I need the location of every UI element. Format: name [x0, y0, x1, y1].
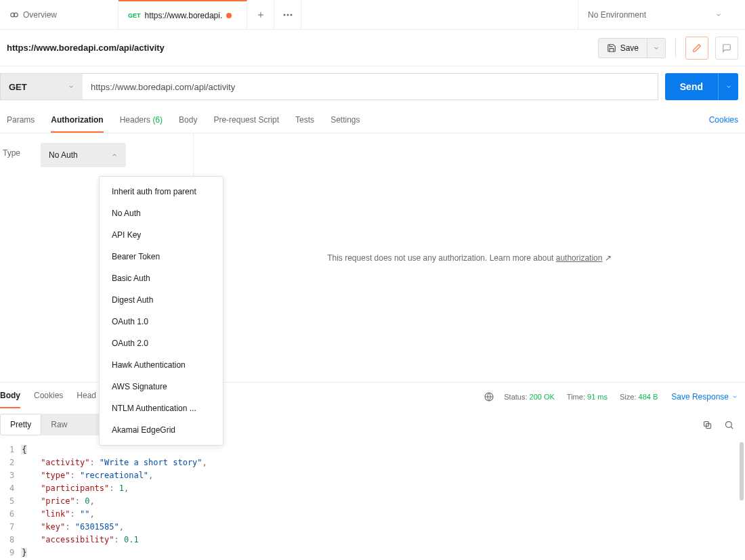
- svg-line-12: [731, 427, 733, 429]
- tab-overview[interactable]: Overview: [0, 0, 119, 29]
- auth-option[interactable]: Basic Auth: [100, 267, 223, 289]
- status-label: Status:: [504, 393, 527, 401]
- comment-icon: [722, 43, 731, 53]
- environment-quicklook-button[interactable]: [731, 0, 745, 29]
- tab-label: https://www.boredapi.: [145, 11, 223, 20]
- external-icon: ↗: [605, 253, 612, 263]
- overview-icon: [9, 10, 19, 20]
- time-value: 91 ms: [587, 393, 608, 401]
- auth-option[interactable]: No Auth: [100, 202, 223, 224]
- view-pretty[interactable]: Pretty: [0, 414, 41, 435]
- time-label: Time:: [567, 393, 585, 401]
- save-label: Save: [620, 43, 639, 53]
- tab-tests[interactable]: Tests: [295, 110, 314, 133]
- auth-option[interactable]: OAuth 1.0: [100, 311, 223, 332]
- svg-point-5: [286, 14, 289, 16]
- size-value: 484 B: [639, 393, 658, 401]
- auth-option[interactable]: Hawk Authentication: [100, 354, 223, 376]
- tabs-bar: Overview GET https://www.boredapi. No En…: [0, 0, 745, 30]
- code-lines: { "activity": "Write a short story", "ty…: [21, 444, 745, 546]
- auth-option[interactable]: API Key: [100, 224, 223, 246]
- status-value: 200 OK: [530, 393, 555, 401]
- resp-tab-body[interactable]: Body: [0, 385, 20, 408]
- save-response-label: Save Response: [671, 392, 729, 402]
- auth-type-value: No Auth: [49, 150, 78, 160]
- tab-method-badge: GET: [128, 12, 141, 19]
- view-raw[interactable]: Raw: [41, 414, 77, 435]
- tab-request-active[interactable]: GET https://www.boredapi.: [119, 0, 247, 29]
- copy-response-button[interactable]: [696, 414, 718, 435]
- auth-type-select[interactable]: No Auth: [41, 143, 126, 167]
- auth-option[interactable]: AWS Signature: [100, 376, 223, 397]
- auth-msg: This request does not use any authorizat…: [327, 253, 556, 263]
- save-button[interactable]: Save: [598, 38, 647, 58]
- save-icon: [607, 43, 616, 53]
- tab-overflow-button[interactable]: [274, 0, 301, 29]
- svg-point-6: [290, 14, 292, 16]
- divider: [675, 39, 676, 58]
- tab-headers[interactable]: Headers (6): [120, 110, 163, 133]
- method-select[interactable]: GET: [0, 73, 83, 100]
- tab-body[interactable]: Body: [179, 110, 197, 133]
- comments-button[interactable]: [715, 37, 738, 60]
- url-row: GET https://www.boredapi.com/api/activit…: [0, 66, 745, 107]
- request-title: https://www.boredapi.com/api/activity: [7, 43, 598, 53]
- scrollbar-thumb[interactable]: [740, 442, 744, 500]
- tab-prerequest[interactable]: Pre-request Script: [213, 110, 279, 133]
- copy-icon: [702, 420, 712, 430]
- auth-learn-link[interactable]: authorization: [556, 253, 603, 263]
- resp-tab-cookies[interactable]: Cookies: [34, 385, 63, 408]
- svg-point-11: [725, 421, 731, 427]
- auth-type-label: Type: [3, 148, 20, 375]
- cookies-link[interactable]: Cookies: [709, 115, 738, 127]
- tab-params[interactable]: Params: [7, 110, 35, 133]
- url-input[interactable]: https://www.boredapi.com/api/activity: [83, 73, 658, 100]
- size-label: Size:: [620, 393, 636, 401]
- environment-select[interactable]: No Environment: [578, 0, 731, 29]
- headers-count: (6): [152, 115, 163, 125]
- send-dropdown-button[interactable]: [718, 73, 738, 100]
- save-button-group: Save: [598, 38, 666, 58]
- svg-point-4: [283, 14, 285, 16]
- tab-authorization[interactable]: Authorization: [51, 110, 103, 133]
- auth-option[interactable]: Bearer Token: [100, 246, 223, 267]
- method-value: GET: [9, 82, 27, 92]
- url-value: https://www.boredapi.com/api/activity: [91, 82, 235, 92]
- response-body[interactable]: 123456789 { "activity": "Write a short s…: [0, 441, 745, 549]
- auth-option[interactable]: NTLM Authentication ...: [100, 397, 223, 419]
- search-response-button[interactable]: [718, 414, 740, 435]
- new-tab-button[interactable]: [247, 0, 274, 29]
- code-gutter: 123456789: [0, 444, 21, 546]
- environment-value: No Environment: [588, 10, 646, 20]
- auth-option[interactable]: Digest Auth: [100, 289, 223, 311]
- tabs-spacer: [301, 0, 578, 29]
- auth-info: This request does not use any authorizat…: [194, 133, 745, 382]
- tab-label: Overview: [23, 10, 57, 20]
- unsaved-dot-icon: [226, 13, 232, 18]
- auth-option[interactable]: Akamai EdgeGrid: [100, 419, 223, 441]
- pencil-icon: [692, 43, 702, 53]
- resp-tab-headers[interactable]: Head: [77, 385, 96, 408]
- network-icon: [484, 391, 494, 402]
- tab-settings[interactable]: Settings: [331, 110, 360, 133]
- request-tabs: Params Authorization Headers (6) Body Pr…: [0, 107, 745, 133]
- auth-option[interactable]: OAuth 2.0: [100, 332, 223, 354]
- auth-type-dropdown: Inherit auth from parentNo AuthAPI KeyBe…: [99, 176, 224, 446]
- send-button[interactable]: Send: [665, 73, 718, 100]
- save-response-button[interactable]: Save Response: [671, 392, 738, 402]
- title-row: https://www.boredapi.com/api/activity Sa…: [0, 30, 745, 66]
- save-dropdown-button[interactable]: [647, 38, 666, 58]
- search-icon: [724, 420, 734, 430]
- auth-option[interactable]: Inherit auth from parent: [100, 181, 223, 202]
- edit-button[interactable]: [685, 37, 708, 60]
- headers-label: Headers: [120, 115, 150, 125]
